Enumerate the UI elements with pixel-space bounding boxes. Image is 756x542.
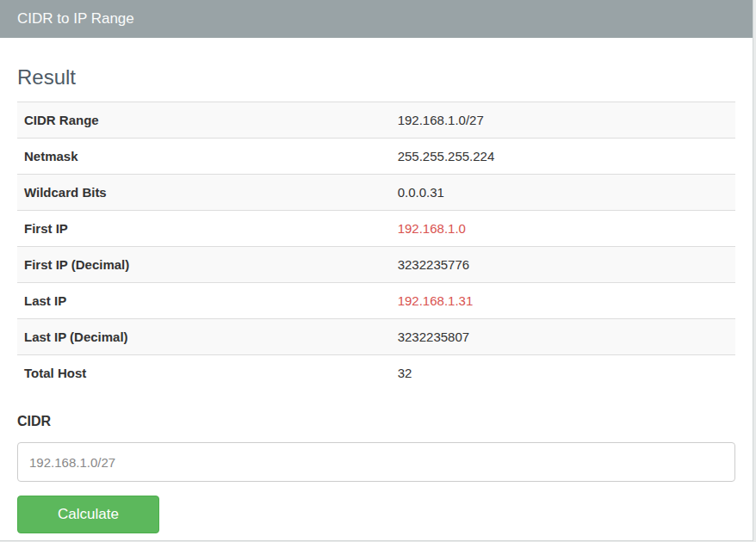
- table-row: Netmask 255.255.255.224: [17, 139, 735, 175]
- row-value: 3232235776: [391, 247, 735, 283]
- result-table: CIDR Range 192.168.1.0/27 Netmask 255.25…: [17, 102, 735, 391]
- table-row: First IP 192.168.1.0: [17, 211, 735, 247]
- row-value: 3232235807: [391, 319, 735, 355]
- row-label: First IP: [17, 211, 391, 247]
- row-value: 192.168.1.31: [391, 283, 735, 319]
- row-label: Last IP (Decimal): [17, 319, 391, 355]
- table-row: Last IP (Decimal) 3232235807: [17, 319, 735, 355]
- row-label: Wildcard Bits: [17, 175, 391, 211]
- table-row: Last IP 192.168.1.31: [17, 283, 735, 319]
- panel-title: CIDR to IP Range: [17, 10, 134, 27]
- panel-body: Result CIDR Range 192.168.1.0/27 Netmask…: [0, 38, 753, 542]
- panel-header: CIDR to IP Range: [0, 0, 753, 38]
- calculate-button[interactable]: Calculate: [17, 496, 159, 533]
- cidr-panel: CIDR to IP Range Result CIDR Range 192.1…: [0, 0, 753, 541]
- table-row: Total Host 32: [17, 355, 735, 391]
- row-value: 192.168.1.0: [391, 211, 735, 247]
- cidr-label: CIDR: [17, 414, 735, 429]
- table-row: Wildcard Bits 0.0.0.31: [17, 175, 735, 211]
- row-value: 192.168.1.0/27: [391, 102, 735, 139]
- page: CIDR to IP Range Result CIDR Range 192.1…: [0, 0, 756, 542]
- row-value: 0.0.0.31: [391, 175, 735, 211]
- result-heading: Result: [17, 38, 735, 102]
- row-value: 32: [391, 355, 735, 391]
- cidr-input[interactable]: [17, 442, 735, 482]
- row-label: First IP (Decimal): [17, 247, 391, 283]
- table-row: First IP (Decimal) 3232235776: [17, 247, 735, 283]
- table-row: CIDR Range 192.168.1.0/27: [17, 102, 735, 139]
- row-label: Netmask: [17, 139, 391, 175]
- row-label: CIDR Range: [17, 102, 391, 139]
- row-label: Total Host: [17, 355, 391, 391]
- row-value: 255.255.255.224: [391, 139, 735, 175]
- row-label: Last IP: [17, 283, 391, 319]
